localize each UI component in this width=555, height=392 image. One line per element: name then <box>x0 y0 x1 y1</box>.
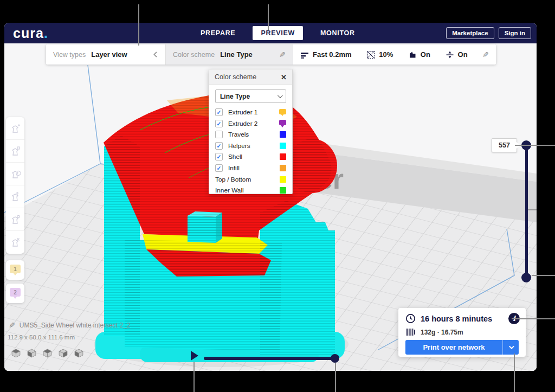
clock-icon <box>405 313 416 324</box>
extruder-bubble-icon: 2 <box>10 288 21 297</box>
cura-logo: cura. <box>13 25 48 42</box>
print-options-chevron[interactable] <box>502 340 519 355</box>
adhesion-value: On <box>458 50 468 59</box>
callout-line <box>268 4 269 30</box>
color-swatch <box>280 143 286 149</box>
model-name: UMS5_Side Wheel white intersect 2_2 <box>20 322 131 329</box>
color-scheme-selector[interactable]: Color scheme Line Type ✎ <box>165 44 293 65</box>
color-swatch <box>280 187 286 194</box>
extruder-badges: 12 <box>6 260 24 307</box>
print-over-network-button[interactable]: Print over network <box>405 340 519 355</box>
color-scheme-item-label: Extruder 1 <box>228 108 279 116</box>
popup-title: Color scheme <box>215 73 281 81</box>
profile-value: Fast 0.2mm <box>313 50 352 59</box>
line-type-dropdown[interactable]: Line Type <box>215 89 286 103</box>
per-model-settings-tool-button[interactable] <box>6 208 24 231</box>
view-front-button[interactable] <box>27 348 37 361</box>
color-scheme-item-label: Travels <box>228 131 280 138</box>
move-tool-button[interactable] <box>6 117 24 140</box>
support-icon <box>408 50 417 59</box>
marketplace-button[interactable]: Marketplace <box>446 27 494 39</box>
support-blocker-tool-button[interactable] <box>6 231 24 254</box>
color-scheme-item-label: Extruder 2 <box>228 120 279 127</box>
checkbox-checked[interactable]: ✓ <box>215 108 223 116</box>
material-usage: 132g · 16.75m <box>421 329 463 336</box>
layer-slider-tick <box>528 209 537 210</box>
scale-tool-button[interactable] <box>6 140 24 163</box>
color-scheme-row: ✓Infill <box>215 164 286 172</box>
callout-line <box>335 363 336 392</box>
stage-tabs: PREPARE PREVIEW MONITOR <box>195 23 360 43</box>
view-types-label: View types <box>53 51 86 59</box>
view-left-button[interactable] <box>58 348 68 361</box>
color-scheme-row: ✓Shell <box>215 152 286 161</box>
color-swatch <box>279 109 286 114</box>
print-job-panel: 16 hours 8 minutes i 132g · 16.75m Print… <box>398 308 526 357</box>
rename-icon[interactable]: ✎ <box>9 321 15 330</box>
chevron-left-icon[interactable] <box>154 52 159 57</box>
color-scheme-item-label: Infill <box>228 164 280 172</box>
view-right-button[interactable] <box>74 348 84 361</box>
view-3d-button[interactable] <box>11 348 21 361</box>
callout-line <box>514 354 515 392</box>
color-scheme-row: Top / Bottom <box>215 175 286 184</box>
tab-preview[interactable]: PREVIEW <box>253 26 303 40</box>
layer-height-icon <box>300 50 309 59</box>
close-icon[interactable]: ✕ <box>281 73 287 81</box>
chevron-down-icon <box>278 93 283 98</box>
checkbox-unchecked[interactable] <box>215 131 223 138</box>
color-swatch <box>280 153 286 160</box>
model-info: ✎ UMS5_Side Wheel white intersect 2_2 11… <box>9 321 131 340</box>
color-scheme-row: ✓Helpers <box>215 142 286 150</box>
layer-slider-track[interactable] <box>525 145 528 278</box>
infill-value: 10% <box>379 50 393 59</box>
color-scheme-item-label: Inner Wall <box>215 187 280 194</box>
tab-monitor[interactable]: MONITOR <box>315 26 360 40</box>
adhesion-icon <box>446 50 454 59</box>
camera-view-buttons <box>11 348 84 361</box>
path-slider-track[interactable] <box>204 357 336 360</box>
color-swatch <box>280 131 286 138</box>
layer-slider-bottom-handle[interactable] <box>521 273 531 282</box>
material-icon <box>406 328 415 336</box>
checkbox-checked[interactable]: ✓ <box>215 153 223 160</box>
callout-line <box>138 4 139 46</box>
checkbox-checked[interactable]: ✓ <box>215 120 223 127</box>
checkbox-checked[interactable]: ✓ <box>215 142 223 150</box>
extruder-1-badge[interactable]: 1 <box>6 260 24 280</box>
color-swatch <box>279 120 286 125</box>
view-types-value: Layer view <box>91 50 127 59</box>
color-scheme-list: ✓Extruder 1✓Extruder 2Travels✓Helpers✓Sh… <box>215 108 286 195</box>
color-scheme-popup: Color scheme ✕ Line Type ✓Extruder 1✓Ext… <box>209 69 293 194</box>
tab-prepare[interactable]: PREPARE <box>195 26 241 40</box>
print-settings-panel[interactable]: Fast 0.2mm 10% On On ✎ <box>293 44 496 65</box>
color-scheme-row: ✓Extruder 2 <box>215 119 286 128</box>
extruder-2-badge[interactable]: 2 <box>6 284 24 303</box>
left-toolbar <box>6 117 24 254</box>
support-value: On <box>421 50 430 59</box>
path-slider-handle[interactable] <box>331 354 339 363</box>
color-scheme-value: Line Type <box>220 50 253 59</box>
mirror-tool-button[interactable] <box>6 185 24 208</box>
view-types-selector[interactable]: View types Layer view <box>46 44 165 65</box>
color-scheme-row: Travels <box>215 130 286 139</box>
play-button[interactable] <box>191 351 198 361</box>
top-header-bar: cura. PREPARE PREVIEW MONITOR Marketplac… <box>4 23 537 43</box>
callout-line <box>512 318 555 319</box>
checkbox-checked[interactable]: ✓ <box>215 164 223 172</box>
color-swatch <box>280 176 286 183</box>
color-scheme-row: Inner Wall <box>215 186 286 195</box>
rotate-tool-button[interactable] <box>6 163 24 185</box>
view-top-button[interactable] <box>42 348 53 361</box>
edit-icon[interactable]: ✎ <box>482 50 489 59</box>
infill-icon <box>366 50 375 59</box>
callout-line <box>532 275 555 276</box>
model-dimensions: 112.9 x 50.0 x 111.6 mm <box>8 334 131 340</box>
signin-button[interactable]: Sign in <box>499 27 531 39</box>
logo-dot: . <box>44 25 49 41</box>
extruder-bubble-icon: 1 <box>10 265 21 273</box>
color-scheme-item-label: Top / Bottom <box>215 176 280 183</box>
edit-icon[interactable]: ✎ <box>279 50 286 59</box>
color-scheme-label: Color scheme <box>173 51 215 59</box>
callout-line <box>193 362 195 392</box>
